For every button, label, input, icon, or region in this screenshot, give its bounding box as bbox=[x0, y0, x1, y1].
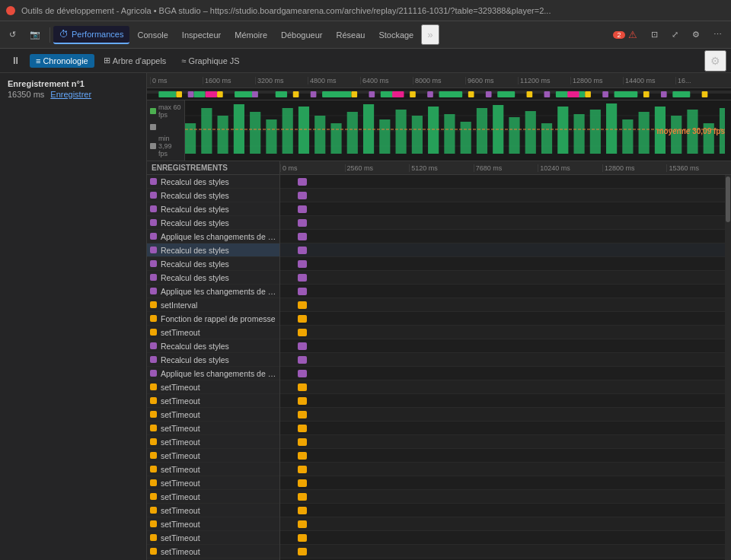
reload-icon-btn[interactable]: ↺ bbox=[3, 27, 22, 43]
timeline-bars-svg bbox=[147, 88, 731, 100]
list-item[interactable]: Applique les changements de s... bbox=[147, 367, 279, 380]
table-row bbox=[280, 202, 725, 216]
tab-graphique-js[interactable]: ≈ Graphique JS bbox=[175, 54, 245, 68]
ellipsis-button[interactable]: ⋯ bbox=[707, 27, 728, 43]
list-item[interactable]: setTimeout bbox=[147, 476, 279, 490]
ruler-mark: 6400 ms bbox=[360, 77, 413, 84]
list-item[interactable]: setTimeout bbox=[147, 504, 279, 517]
list-item[interactable]: setInterval bbox=[147, 298, 279, 312]
dock-button[interactable]: ⊡ bbox=[645, 27, 664, 43]
vertical-scrollbar[interactable] bbox=[725, 175, 731, 560]
screenshot-btn[interactable]: 📷 bbox=[24, 27, 46, 43]
record-dot bbox=[150, 329, 157, 336]
record-dot bbox=[150, 288, 157, 294]
list-item[interactable]: setTimeout bbox=[147, 380, 279, 394]
record-dot bbox=[150, 233, 157, 240]
list-item[interactable]: setTimeout bbox=[147, 435, 279, 449]
table-row bbox=[280, 298, 725, 312]
scrollbar-thumb[interactable] bbox=[726, 177, 730, 222]
fps-max-row: max 60 fps bbox=[150, 103, 181, 119]
tab-performances[interactable]: ⏱ Performances bbox=[53, 26, 129, 44]
record-bar bbox=[298, 493, 307, 501]
list-item[interactable]: setTimeout bbox=[147, 517, 279, 531]
record-bar bbox=[298, 233, 307, 240]
list-item[interactable]: Recalcul des styles bbox=[147, 243, 279, 257]
svg-rect-55 bbox=[477, 108, 487, 154]
list-item[interactable]: setTimeout bbox=[147, 422, 279, 435]
tab-memoire[interactable]: Mémoire bbox=[228, 27, 273, 43]
svg-rect-24 bbox=[311, 91, 317, 97]
svg-rect-8 bbox=[497, 91, 515, 97]
record-dot bbox=[150, 397, 157, 404]
svg-rect-4 bbox=[276, 91, 287, 97]
reload-icon: ↺ bbox=[9, 30, 16, 40]
record-bar bbox=[298, 247, 307, 254]
toolbar-separator-1 bbox=[49, 27, 50, 43]
record-label: Applique les changements de s... bbox=[161, 369, 276, 378]
list-item[interactable]: setTimeout bbox=[147, 408, 279, 422]
content-ruler-mark: 2560 ms bbox=[345, 164, 410, 172]
list-item[interactable]: Recalcul des styles bbox=[147, 339, 279, 353]
svg-rect-65 bbox=[639, 112, 650, 154]
list-item[interactable]: Recalcul des styles bbox=[147, 175, 279, 189]
tab-chronologie[interactable]: ≡ Chronologie bbox=[30, 54, 94, 68]
record-dot bbox=[150, 247, 157, 253]
list-item[interactable]: Applique les changements de s... bbox=[147, 230, 279, 243]
list-item[interactable]: setTimeout bbox=[147, 490, 279, 504]
list-item[interactable]: Recalcul des styles bbox=[147, 216, 279, 230]
svg-rect-21 bbox=[702, 91, 708, 97]
list-item[interactable]: Recalcul des styles bbox=[147, 202, 279, 216]
svg-rect-64 bbox=[622, 119, 633, 154]
record-dot bbox=[150, 342, 157, 349]
filter-button[interactable]: ⏸ bbox=[5, 52, 27, 68]
svg-rect-43 bbox=[283, 108, 293, 154]
tab-inspecteur[interactable]: Inspecteur bbox=[176, 27, 227, 43]
tab-console[interactable]: Console bbox=[131, 27, 174, 43]
panel-settings-button[interactable]: ⚙ bbox=[704, 50, 726, 72]
fps-min-dot bbox=[150, 143, 156, 149]
record-dot bbox=[150, 411, 157, 418]
svg-rect-26 bbox=[427, 91, 433, 97]
tab-debogueur[interactable]: Débogueur bbox=[275, 27, 328, 43]
list-item[interactable]: setTimeout bbox=[147, 394, 279, 408]
record-label: setTimeout bbox=[161, 328, 200, 337]
records-area[interactable]: Recalcul des stylesRecalcul des stylesRe… bbox=[147, 175, 725, 560]
debogueur-label: Débogueur bbox=[281, 30, 322, 40]
svg-rect-49 bbox=[379, 119, 390, 154]
list-item[interactable]: setTimeout bbox=[147, 326, 279, 339]
tab-stockage[interactable]: Stockage bbox=[372, 27, 420, 43]
more-icon: » bbox=[427, 29, 433, 40]
top-ruler: 0 ms1600 ms3200 ms4800 ms6400 ms8000 ms9… bbox=[147, 73, 731, 88]
list-item[interactable]: Recalcul des styles bbox=[147, 189, 279, 202]
screenshot-icon: 📷 bbox=[30, 30, 40, 40]
list-item[interactable]: setTimeout bbox=[147, 545, 279, 558]
fps-max-dot bbox=[150, 108, 156, 114]
record-label: Recalcul des styles bbox=[161, 191, 229, 200]
list-item[interactable]: Applique les changements de s... bbox=[147, 285, 279, 298]
svg-rect-59 bbox=[541, 123, 552, 154]
filter-icon: ⏸ bbox=[11, 55, 21, 66]
record-dot bbox=[150, 274, 157, 281]
content-ruler-mark: 15360 ms bbox=[666, 164, 731, 172]
list-item[interactable]: Recalcul des styles bbox=[147, 353, 279, 367]
more-tools-button[interactable]: » bbox=[421, 24, 439, 45]
fullscreen-button[interactable]: ⤢ bbox=[666, 27, 685, 43]
record-label: Recalcul des styles bbox=[161, 246, 229, 255]
tab-arbre-appels[interactable]: ⊞ Arbre d'appels bbox=[97, 53, 173, 68]
save-link[interactable]: Enregistrer bbox=[50, 90, 91, 99]
svg-rect-32 bbox=[392, 91, 404, 97]
content-area: ENREGISTREMENTS 0 ms2560 ms5120 ms7680 m… bbox=[147, 161, 731, 560]
ruler-mark: 16... bbox=[675, 77, 728, 84]
recording-title: Enregistrement n°1 bbox=[8, 79, 139, 88]
tab-reseau[interactable]: Réseau bbox=[330, 27, 371, 43]
settings-button[interactable]: ⚙ bbox=[686, 27, 706, 43]
list-item[interactable]: setTimeout bbox=[147, 531, 279, 545]
list-item[interactable]: Recalcul des styles bbox=[147, 271, 279, 285]
gear-icon: ⚙ bbox=[710, 55, 720, 67]
close-button[interactable] bbox=[6, 6, 15, 15]
list-item[interactable]: Fonction de rappel de promesse bbox=[147, 312, 279, 326]
svg-rect-39 bbox=[218, 116, 228, 154]
list-item[interactable]: Recalcul des styles bbox=[147, 257, 279, 271]
list-item[interactable]: setTimeout bbox=[147, 463, 279, 476]
list-item[interactable]: setTimeout bbox=[147, 449, 279, 463]
